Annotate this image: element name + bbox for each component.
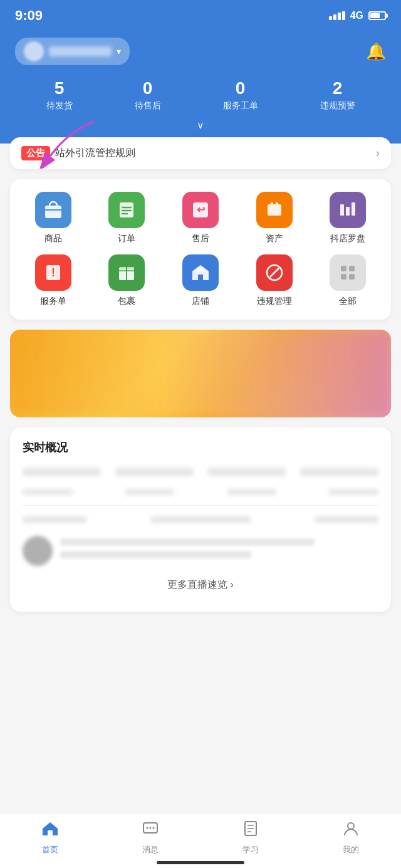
blur-stat-3	[207, 468, 286, 476]
store-selector[interactable]: ▾	[15, 38, 130, 65]
stat-after-sale[interactable]: 0 待售后	[135, 78, 161, 112]
icon-item-package[interactable]: 包裹	[90, 254, 164, 307]
svg-point-33	[147, 827, 148, 829]
realtime-section: 实时概况 更多直播速览 ›	[10, 427, 391, 612]
icon-item-service[interactable]: ! 服务单	[16, 254, 90, 307]
banner-blur	[10, 330, 391, 417]
header-top: ▾ 🔔	[15, 38, 386, 65]
blur-m-2	[150, 516, 250, 523]
stat-number-3: 2	[333, 78, 343, 99]
blur-val-2	[125, 489, 175, 495]
svg-rect-9	[268, 204, 281, 216]
svg-rect-1	[45, 206, 61, 218]
main-content: 公告 站外引流管控规则 › 商品	[0, 137, 401, 684]
svg-text:↩: ↩	[196, 204, 205, 215]
stat-number-0: 5	[55, 78, 65, 99]
blur-m-3	[315, 516, 378, 523]
realtime-title: 实时概况	[23, 440, 378, 455]
header: ▾ 🔔 5 待发货 0 待售后 0 服务工单 2 违规预警 ∨	[0, 31, 401, 144]
violation-label: 违规管理	[257, 296, 292, 307]
announcement-left: 公告 站外引流管控规则	[21, 146, 135, 160]
realtime-stats-row-2	[23, 489, 378, 495]
more-live-link[interactable]: 更多直播速览 ›	[23, 571, 378, 599]
banner[interactable]	[10, 330, 391, 417]
expand-button[interactable]: ∨	[15, 119, 386, 131]
blur-val-3	[227, 489, 277, 495]
nav-learn-label: 学习	[242, 844, 259, 855]
bottom-spacer	[10, 622, 391, 684]
aftersale-icon-box: ↩	[182, 192, 219, 228]
blur-line-2	[60, 551, 251, 558]
signal-icon	[329, 11, 345, 20]
stat-label-2: 服务工单	[223, 100, 258, 112]
compass-icon-box	[330, 192, 366, 228]
nav-message[interactable]: 消息	[125, 820, 175, 855]
svg-rect-22	[198, 275, 203, 280]
chevron-down-icon: ▾	[117, 46, 121, 56]
svg-rect-11	[276, 202, 278, 205]
blur-val-1	[23, 489, 73, 495]
stat-violation[interactable]: 2 违规预警	[320, 78, 355, 112]
svg-text:!: !	[51, 266, 55, 279]
divider	[23, 505, 378, 506]
stat-label-0: 待发货	[46, 100, 73, 112]
stat-number-2: 0	[236, 78, 246, 99]
svg-rect-28	[341, 274, 346, 280]
svg-rect-12	[340, 204, 344, 216]
blur-stat-1	[23, 468, 101, 476]
svg-rect-10	[271, 202, 273, 205]
package-label: 包裹	[118, 296, 135, 307]
svg-rect-14	[352, 202, 355, 216]
status-bar: 9:09 4G	[0, 0, 401, 31]
svg-point-35	[153, 827, 155, 829]
expand-chevron-icon: ∨	[197, 119, 204, 131]
stat-number-1: 0	[143, 78, 153, 99]
blur-stat-4	[300, 468, 378, 476]
nav-mine-label: 我的	[343, 844, 359, 855]
icon-item-all[interactable]: 全部	[311, 254, 385, 307]
status-icons: 4G	[329, 10, 386, 21]
blur-stat-2	[115, 468, 194, 476]
message-icon	[142, 820, 159, 842]
icon-item-aftersale[interactable]: ↩ 售后	[164, 192, 237, 244]
blur-val-4	[328, 489, 378, 495]
icon-item-goods[interactable]: 商品	[16, 192, 90, 244]
stat-pending-ship[interactable]: 5 待发货	[46, 78, 73, 112]
all-icon-box	[330, 254, 366, 291]
assets-icon-box	[256, 192, 293, 228]
icon-item-shop[interactable]: 店铺	[164, 254, 237, 307]
nav-learn[interactable]: 学习	[226, 820, 276, 855]
home-indicator	[157, 861, 244, 864]
violation-icon-box	[256, 254, 293, 291]
status-time: 9:09	[15, 8, 43, 24]
battery-icon	[368, 11, 386, 20]
order-label: 订单	[118, 233, 135, 244]
announcement-text: 站外引流管控规则	[55, 147, 135, 160]
svg-rect-29	[349, 274, 355, 280]
icon-item-assets[interactable]: 资产	[237, 192, 311, 244]
live-avatar	[23, 536, 53, 566]
blur-line-1	[60, 538, 315, 546]
nav-mine[interactable]: 我的	[326, 820, 376, 855]
icon-item-compass[interactable]: 抖店罗盘	[311, 192, 385, 244]
network-label: 4G	[350, 10, 363, 21]
icon-item-violation[interactable]: 违规管理	[237, 254, 311, 307]
all-label: 全部	[339, 296, 357, 307]
goods-icon-box	[35, 192, 71, 228]
stat-service-order[interactable]: 0 服务工单	[223, 78, 258, 112]
icon-item-order[interactable]: 订单	[90, 192, 164, 244]
svg-rect-27	[349, 266, 355, 271]
svg-line-25	[270, 268, 279, 277]
announcement-bar[interactable]: 公告 站外引流管控规则 ›	[10, 137, 391, 169]
blur-m-1	[23, 516, 86, 523]
goods-label: 商品	[44, 233, 62, 244]
nav-home-label: 首页	[42, 844, 58, 855]
bell-icon[interactable]: 🔔	[366, 42, 386, 61]
learn-icon	[242, 820, 259, 842]
aftersale-label: 售后	[192, 233, 209, 244]
svg-rect-13	[346, 207, 350, 216]
icon-grid-section: 商品 订单	[10, 179, 391, 320]
shop-icon-box	[182, 254, 219, 291]
svg-rect-26	[341, 266, 346, 271]
nav-home[interactable]: 首页	[25, 820, 75, 855]
